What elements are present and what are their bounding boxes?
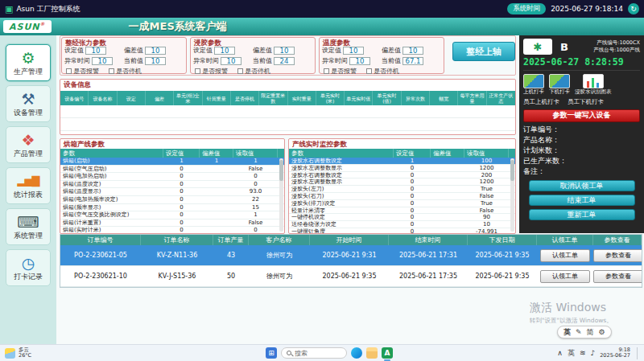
- device-table-body[interactable]: [60, 105, 515, 133]
- param-row[interactable]: 浸胶头(左刀) 0 True: [289, 186, 515, 193]
- param-row[interactable]: 轻量计米清零 0 False: [289, 207, 515, 215]
- deviation-cell: 1: [200, 158, 233, 165]
- claim-order-button[interactable]: 认领工单: [540, 249, 590, 262]
- set-value-cell: 0: [163, 204, 200, 211]
- line-name: 产线台号:1000产线: [593, 47, 640, 54]
- param-row[interactable]: 烘箱(空气压交换比例设定) 0 1: [60, 211, 284, 219]
- taskbar-search[interactable]: 搜索: [281, 347, 347, 359]
- set-value-cell: 0: [163, 227, 200, 234]
- action-button[interactable]: 结束工单: [529, 195, 635, 206]
- param-name-cell: 烘箱(温度设定): [60, 181, 163, 188]
- volume-icon[interactable]: ♪: [590, 349, 595, 357]
- deviation-cell: [431, 200, 464, 207]
- input-language-indicator[interactable]: 英: [568, 348, 575, 359]
- view-params-button[interactable]: 参数查看: [593, 270, 642, 283]
- employee-punch-link[interactable]: 员工上机打卡: [523, 98, 559, 106]
- current-value-label: 当前值: [382, 56, 401, 65]
- param-row[interactable]: 浸胶水左调整数显示 0 1200: [289, 178, 515, 186]
- sidebar-item[interactable]: ⚙ 生产管理: [6, 44, 51, 81]
- sidebar-item[interactable]: ❖ 产品管理: [6, 126, 51, 163]
- abnormal-time-input[interactable]: 10: [92, 57, 113, 65]
- asun-logo: ASUN®: [3, 20, 52, 33]
- ime-settings-icon[interactable]: ⚙: [599, 328, 605, 336]
- param-row[interactable]: 浸胶头(右刀) 0 False: [289, 193, 515, 200]
- line-monitor-panel: 产线实时监控参数 参数设定值偏差值读取值 浸胶水右调整数设定 1 100 浸胶水…: [288, 138, 516, 234]
- param-row[interactable]: 烘箱(温度显示) 0 93.0: [60, 188, 284, 196]
- order-row[interactable]: PO-2-230621-10 KV-J-S15-36 50 徐州可为 2025-…: [60, 266, 642, 287]
- param-row[interactable]: 烘箱(空气压启动) 0 False: [60, 166, 284, 174]
- stop-checkbox[interactable]: 是否停机: [109, 67, 142, 76]
- network-icon[interactable]: ≋: [580, 349, 586, 357]
- order-row[interactable]: PO-2-230621-05 KV-Z-N11-36 43 徐州可为 2025-…: [60, 245, 642, 266]
- ime-language-toggle[interactable]: 英: [564, 327, 571, 338]
- alarm-checkbox[interactable]: 是否报警: [195, 67, 228, 76]
- param-name-cell: 一键摆针角度: [289, 228, 394, 234]
- pen-icon[interactable]: ✎: [576, 328, 582, 336]
- sidebar-item[interactable]: ▂▅▇ 统计报表: [6, 167, 51, 204]
- param-row[interactable]: 浸胶水右调整数设定 1 100: [289, 158, 515, 165]
- sidebar-item[interactable]: ⚒ 设备管理: [6, 85, 51, 122]
- action-button[interactable]: 取消认领工单: [529, 180, 635, 191]
- tray-expand-icon[interactable]: ∧: [557, 349, 563, 357]
- order-field-label: 备注：: [523, 166, 640, 177]
- param-panel: 温度参数 设定值10 偏差值10 异常时间10 当前值67.1 是否报警 是否停…: [319, 37, 444, 74]
- current-value-input[interactable]: 24: [274, 57, 295, 65]
- titlebar: ▣ Asun 工厂控制系统 系统时间 2025-06-27 9:18:14 ↻: [0, 0, 644, 18]
- deviation-input[interactable]: 10: [145, 47, 166, 55]
- device-table-header: 设备编号设备名称设定偏差单元(组)全米针筒重量是否停机限定重置米数实时重量单元实…: [60, 91, 515, 105]
- deviation-cell: [431, 193, 464, 199]
- sidebar-item-label: 生产管理: [14, 68, 43, 76]
- sidebar-item[interactable]: ⌨ 系统管理: [6, 208, 51, 245]
- write-params-button[interactable]: 参数一键写入设备: [523, 109, 640, 122]
- param-row[interactable]: 送经卷绕张力设定 0 10: [289, 221, 515, 228]
- edge-browser-icon[interactable]: [351, 347, 362, 359]
- taskbar-clock[interactable]: 9:18 2025-06-27: [600, 347, 630, 359]
- param-row[interactable]: 浸胶头(排刀)设定 0 True: [289, 200, 515, 207]
- stop-checkbox[interactable]: 是否停机: [366, 67, 399, 76]
- param-row[interactable]: 烘箱(电加热启动) 0 0: [60, 173, 284, 181]
- scrollbar[interactable]: [510, 158, 514, 232]
- alarm-checkbox[interactable]: 是否报警: [66, 67, 99, 76]
- param-row[interactable]: 烘箱(电加热频率设定) 0 22: [60, 196, 284, 204]
- param-row[interactable]: 烘箱(计米重置) 0 False: [60, 219, 284, 228]
- file-explorer-icon[interactable]: [366, 347, 378, 359]
- current-value-input[interactable]: 67.1: [402, 57, 423, 65]
- sidebar-item[interactable]: ◷ 打卡记录: [6, 249, 51, 286]
- ime-mode-toggle[interactable]: 简: [587, 327, 594, 338]
- param-row[interactable]: 烘箱(频率显示) 0 15: [60, 204, 284, 212]
- asun-app-icon[interactable]: A: [382, 347, 393, 359]
- param-row[interactable]: 浸胶水右调整数设定 0 200: [289, 172, 515, 179]
- param-row[interactable]: 烘箱(启动) 1 1 1: [60, 158, 284, 166]
- weather-widget[interactable]: 多云 26°C: [5, 347, 31, 359]
- param-row[interactable]: 浸胶水左调整数显示 0 1200: [289, 165, 515, 172]
- machine-clock: 2025-06-27 8:28:59: [523, 56, 640, 68]
- device-column-header: 单元实时(米): [316, 91, 345, 105]
- param-row[interactable]: 烘箱(温度设定) 0 0: [60, 181, 284, 189]
- employee-punch-link[interactable]: 员工下机打卡: [568, 98, 604, 106]
- action-button[interactable]: 重新工单: [529, 209, 635, 220]
- deviation-input[interactable]: 10: [274, 47, 295, 55]
- stop-checkbox[interactable]: 是否停机: [237, 67, 270, 76]
- alarm-checkbox[interactable]: 是否报警: [324, 67, 357, 76]
- param-panel-title: 浸胶参数: [194, 39, 221, 48]
- show-desktop-button[interactable]: [637, 347, 639, 359]
- current-value-label: 当前值: [124, 56, 143, 65]
- claim-order-button[interactable]: 认领工单: [540, 270, 590, 283]
- punch-out-button[interactable]: 下机打卡: [549, 74, 570, 96]
- deviation-label: 偏差值: [382, 46, 401, 55]
- current-value-input[interactable]: 10: [145, 57, 166, 65]
- abnormal-time-input[interactable]: 10: [349, 57, 370, 65]
- warping-beam-button[interactable]: 整经上轴: [452, 42, 515, 61]
- param-row[interactable]: 一键摆针角度 0 -74.991: [289, 228, 515, 234]
- scrollbar[interactable]: [279, 158, 283, 232]
- device-column-header: 限定重置米数: [259, 91, 287, 105]
- punch-in-button[interactable]: 上机打卡: [523, 74, 544, 96]
- param-row[interactable]: 一键停机设定 0 90: [289, 214, 515, 221]
- refresh-icon[interactable]: ↻: [628, 3, 639, 14]
- param-row[interactable]: 烘箱(实时计米) 0 0: [60, 227, 284, 234]
- glue-chart-button[interactable]: 浸胶水识别图表: [575, 74, 612, 96]
- abnormal-time-input[interactable]: 10: [221, 57, 242, 65]
- start-button[interactable]: ⊞: [266, 347, 277, 359]
- view-params-button[interactable]: 参数查看: [593, 249, 642, 262]
- deviation-input[interactable]: 10: [402, 47, 423, 55]
